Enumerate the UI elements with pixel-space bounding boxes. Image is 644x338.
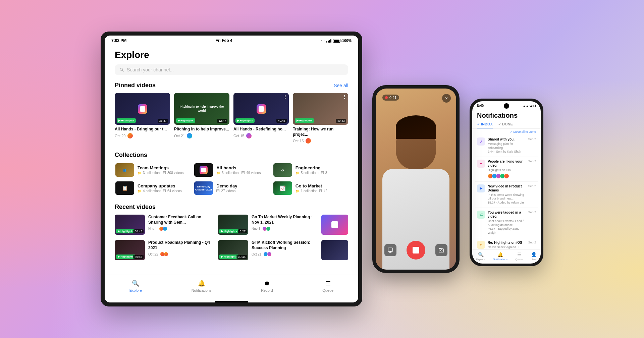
pn-me-label: Me (532, 258, 536, 261)
notifications-list: ↗ Shared with you. Messaging plan for on… (472, 135, 541, 249)
recent-title-roadmap: Product Roadmap Planning - Q4 2021 (148, 240, 213, 250)
notif-text-new-video: New video in Product Demos (488, 184, 525, 192)
see-all-link[interactable]: See all (334, 83, 348, 88)
avatar-2 (187, 133, 192, 138)
collection-name-demo: Demo day (216, 183, 268, 188)
screen-record-button[interactable] (384, 244, 396, 256)
recent-videos-grid: ▶ Highlights 30:45 Customer Feedback Cal… (115, 215, 348, 260)
duration-badge-4: 40:43 (336, 119, 346, 123)
collections-grid: 👥 Team Meetings 📁 3 collections 🎞 308 vi… (115, 163, 348, 195)
video-title-2: Pitching in to help improve... (174, 127, 229, 132)
collection-allhands[interactable]: All-hands 📁 3 collections 🎞 49 videos (194, 163, 269, 177)
collection-thumb-team: 👥 (115, 163, 134, 177)
recording-time: 0:21 (389, 96, 396, 100)
company-thumb-icon: 📋 (122, 185, 128, 191)
notif-content-tagged: You were tagged in a video. Chat about E… (488, 211, 525, 235)
nav-item-queue[interactable]: ☰ Queue (316, 278, 340, 294)
recording-close-button[interactable]: × (442, 94, 451, 103)
notif-item-tagged[interactable]: 🏷 You were tagged in a video. Chat about… (475, 208, 538, 238)
recent-video-feedback[interactable]: ▶ Highlights 30:45 Customer Feedback Cal… (115, 215, 213, 235)
collection-thumb-team-text: 👥 (122, 168, 127, 172)
notifications-tabs: ✓ INBOX ✓ DONE (472, 121, 541, 129)
record-main-button[interactable] (407, 241, 425, 260)
video-thumb-text-2: Pitching in to help improve the world (174, 104, 229, 114)
battery-icon (333, 39, 340, 43)
notif-item-likes[interactable]: ♥ People are liking your video. Highligh… (475, 157, 538, 182)
svg-point-1 (441, 250, 442, 251)
pn-item-notifications[interactable]: 🔔 Notifications (493, 252, 508, 261)
nav-item-explore[interactable]: 🔍 Explore (123, 278, 149, 294)
collection-engineering[interactable]: ⚙ Engineering 📁 5 collections 🎞 8 (273, 163, 348, 177)
phone-recording-device: 0:21 × (372, 85, 460, 273)
notif-detail-new-video: In this demo we're showing off our brand… (488, 193, 525, 201)
loom-logo-icon-3 (257, 104, 266, 114)
collection-stats-engineering: 📁 5 collections 🎞 8 (296, 171, 347, 175)
tab-done[interactable]: ✓ DONE (498, 121, 513, 128)
nav-label-notifications: Notifications (192, 288, 212, 292)
play-icon-4: ▶ (297, 119, 299, 122)
flip-camera-button[interactable] (435, 244, 447, 256)
search-bar[interactable]: Search your channel... (115, 64, 348, 75)
phone-notif-time: 8:40 (477, 104, 484, 108)
notif-item-new-video[interactable]: ▶ New video in Product Demos In this dem… (475, 182, 538, 208)
collection-team-meetings[interactable]: 👥 Team Meetings 📁 3 collections 🎞 308 vi… (115, 163, 190, 177)
pn-item-queue[interactable]: ☰ Queue (515, 252, 523, 261)
loom-logo-icon (138, 104, 147, 114)
notif-time-likes: Sep 2 (528, 160, 536, 179)
tab-inbox[interactable]: ✓ INBOX (477, 121, 493, 128)
notif-time-reply: Sep 2 (528, 241, 536, 249)
notif-avatars-likes (488, 173, 525, 179)
recent-thumb-gtm: ▶ Highlights 30:45 (218, 240, 248, 260)
video-card-2[interactable]: Pitching in to help improve the world ▶ … (174, 93, 229, 144)
notif-item-reply[interactable]: ↩ Re: Highlights on iOS Calvin Sears: Ag… (475, 238, 538, 249)
nav-item-record[interactable]: ⏺ Record (254, 279, 279, 294)
collection-company-updates[interactable]: 📋 Company updates 📁 4 collections 🎞 64 v… (115, 181, 190, 195)
collection-go-to-market[interactable]: 📈 Go to Market 📁 1 collection 🎞 42 (273, 181, 348, 195)
recent-video-roadmap[interactable]: ▶ Highlights 30:45 Product Roadmap Plann… (115, 240, 213, 260)
collection-count-icon-allhands: 📁 (216, 171, 220, 175)
move-all-button[interactable]: ✓ Move all to Done (472, 129, 541, 135)
notif-text-likes: People are liking your video. (488, 160, 525, 168)
collection-demo-day[interactable]: Demo Day October 2021 Demo day 🎞 27 vide… (194, 181, 269, 195)
collection-info-demo: Demo day 🎞 27 videos (216, 183, 268, 193)
highlights-badge-3: ▶ Highlights (235, 118, 255, 123)
collection-video-icon-demo: 🎞 (216, 189, 220, 193)
collection-info-engineering: Engineering 📁 5 collections 🎞 8 (296, 165, 347, 175)
recent-video-gtm[interactable]: ▶ Highlights 30:45 GTM Kickoff Working S… (218, 240, 316, 260)
collection-videos-allhands: 49 videos (246, 171, 261, 175)
recent-title-gomarket: Go To Market Weekly Planning - Nov 1, 20… (252, 215, 316, 225)
notch (504, 103, 509, 109)
nav-label-record: Record (261, 288, 273, 292)
recent-video-gomarket[interactable]: ▶ Highlights 3:27 Go To Market Weekly Pl… (218, 215, 316, 235)
recent-info-gtm: GTM Kickoff Working Session: Success Pla… (252, 240, 316, 260)
pn-explore-icon: 🔍 (478, 252, 484, 257)
video-thumb-2: Pitching in to help improve the world ▶ … (174, 93, 229, 125)
recent-title-gtm: GTM Kickoff Working Session: Success Pla… (252, 240, 316, 250)
recent-thumb-feedback: ▶ Highlights 30:45 (115, 215, 145, 235)
collection-sub-gomarket: 1 collection (301, 189, 318, 193)
pn-item-explore[interactable]: 🔍 Explore (476, 252, 485, 261)
notif-detail-shared: Messaging plan for onboarding (488, 142, 525, 150)
pn-item-me[interactable]: 👤 Me (531, 252, 537, 261)
video-card-3[interactable]: ⋮ ▶ Highlights 40:43 All Hands - Redefin… (233, 93, 289, 144)
collection-video-icon-team: 🎞 (163, 171, 166, 175)
collection-sub-team: 3 collections (143, 171, 161, 175)
duration-roadmap: 30:45 (133, 255, 144, 259)
signal-bars-icon (326, 39, 331, 43)
search-icon (119, 67, 124, 72)
nav-item-notifications[interactable]: 🔔 Notifications (185, 278, 218, 294)
av-gtm-kick-2 (267, 252, 272, 257)
search-placeholder: Search your channel... (127, 67, 174, 72)
highlights-badge-1: ▶ Highlights (117, 118, 136, 123)
video-thumb-1: ▶ Highlights 33:37 (115, 93, 170, 125)
video-title-4: Training: How we run projec... (293, 127, 348, 137)
collection-videos-engineering: 8 (325, 171, 327, 175)
collection-thumb-engineering: ⚙ (273, 163, 292, 177)
av-gtm-2 (266, 226, 271, 231)
pn-me-icon: 👤 (531, 252, 537, 257)
tablet-dots: ··· (321, 38, 325, 43)
video-card-1[interactable]: ▶ Highlights 33:37 All Hands - Bringing … (115, 93, 170, 144)
notif-item-shared[interactable]: ↗ Shared with you. Messaging plan for on… (475, 135, 538, 157)
video-card-4[interactable]: ⋮ ▶ Highlights 40:43 Training: How we ru… (293, 93, 348, 144)
pn-queue-icon: ☰ (517, 252, 522, 257)
